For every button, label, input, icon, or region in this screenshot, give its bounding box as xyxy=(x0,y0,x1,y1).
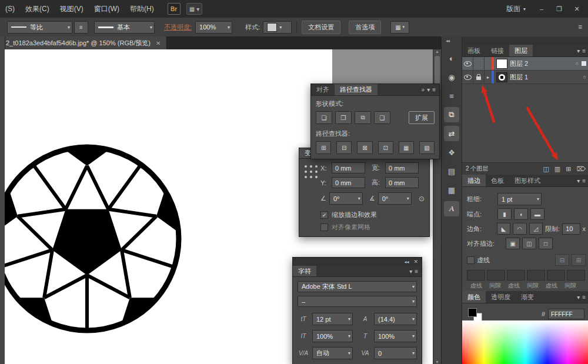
font-style-select[interactable]: – ▾ xyxy=(298,296,417,307)
dashed-line-checkbox[interactable] xyxy=(467,256,475,264)
stroke-profile-select[interactable]: 等比 ▾ xyxy=(7,21,72,34)
panel-menu-icon[interactable]: ≡ xyxy=(582,48,586,54)
scale-strokes-checkbox[interactable]: ✓ xyxy=(320,211,328,219)
stroke-panel-icon[interactable]: ≡ xyxy=(444,88,459,103)
menu-select[interactable]: (S) xyxy=(0,5,20,13)
transform-panel-icon[interactable]: ⇄ xyxy=(444,126,459,141)
make-mask-icon[interactable]: ◫ xyxy=(543,165,549,173)
trim-button[interactable]: ⊟ xyxy=(336,141,352,154)
control-panel-menu-icon[interactable]: ≡ xyxy=(578,23,582,31)
close-tab-icon[interactable]: ✕ xyxy=(156,40,161,46)
close-button[interactable]: ✕ xyxy=(569,4,584,14)
scroll-up-icon[interactable]: ▲ xyxy=(435,49,439,54)
expand-triangle-icon[interactable]: ▸ xyxy=(485,75,492,80)
round-join-button[interactable]: ◠ xyxy=(513,223,526,235)
menu-effect[interactable]: 效果(C) xyxy=(20,4,55,14)
layer-name[interactable]: 图层 1 xyxy=(510,73,583,82)
expand-button[interactable]: 扩展 xyxy=(409,111,435,124)
menu-view[interactable]: 视图(V) xyxy=(55,4,89,14)
rotate-select[interactable]: 0° ▾ xyxy=(329,192,363,205)
pixel-grid-checkbox[interactable] xyxy=(320,223,328,231)
layer-row[interactable]: ▸ 图层 1 ○ xyxy=(462,71,588,84)
minimize-button[interactable]: – xyxy=(534,4,549,14)
align-center-button[interactable]: ▣ xyxy=(506,238,520,249)
layer-name[interactable]: 图层 2 xyxy=(510,59,576,68)
align-inside-button[interactable]: ◫ xyxy=(522,238,536,249)
swatches-panel-icon[interactable]: ▦ xyxy=(444,182,459,198)
bridge-icon[interactable]: Br xyxy=(168,3,181,15)
dash-input[interactable] xyxy=(507,270,525,280)
stroke-weight-select[interactable]: 1 pt ▾ xyxy=(497,193,542,205)
style-select[interactable]: ▾ xyxy=(263,21,292,34)
color-spectrum[interactable] xyxy=(462,320,588,364)
collapse-panel-icon[interactable]: ◂◂ xyxy=(404,259,409,265)
tab-stroke[interactable]: 描边 xyxy=(462,175,486,186)
divide-button[interactable]: ⊞ xyxy=(316,141,331,154)
dash-input[interactable] xyxy=(547,270,565,280)
vertical-scale-select[interactable]: 100% ▾ xyxy=(312,330,353,342)
panel-menu-icon[interactable]: ≡ xyxy=(582,294,586,300)
target-icon[interactable]: ○ xyxy=(583,74,586,80)
document-tab[interactable]: 2_t0182a3ed4bfaf54d6b.jpg* @ 150% (RGB/预… xyxy=(0,36,167,49)
merge-button[interactable]: ⊠ xyxy=(357,141,372,154)
minus-front-button[interactable]: ❐ xyxy=(335,111,352,124)
outline-button[interactable]: ▦ xyxy=(399,141,414,154)
lock-toggle[interactable] xyxy=(473,57,485,70)
layer-thumbnail[interactable] xyxy=(496,59,507,69)
target-icon[interactable]: ○ xyxy=(576,61,579,66)
panel-menu-icon[interactable]: ≡ xyxy=(582,178,586,184)
delete-layer-icon[interactable]: ⌦ xyxy=(576,165,586,173)
miter-join-button[interactable]: ◣ xyxy=(497,223,510,235)
arrange-documents-icon[interactable]: ▦ ▾ xyxy=(186,3,202,15)
tab-character[interactable]: 字符 xyxy=(293,266,316,276)
tab-color[interactable]: 颜色 xyxy=(462,291,486,303)
tab-swatches[interactable]: 色板 xyxy=(486,175,509,186)
gap-input[interactable] xyxy=(567,270,585,280)
tab-links[interactable]: 链接 xyxy=(486,45,509,56)
intersect-button[interactable]: ⧉ xyxy=(355,111,371,124)
scroll-down-icon[interactable]: ▼ xyxy=(435,360,439,364)
font-family-select[interactable]: Adobe 宋体 Std L ▾ xyxy=(298,281,417,292)
font-size-select[interactable]: 12 pt ▾ xyxy=(312,313,353,325)
constrain-icon[interactable]: ⊙ xyxy=(419,195,425,203)
new-layer-icon[interactable]: ⊞ xyxy=(566,165,571,173)
document-setup-button[interactable]: 文档设置 xyxy=(302,21,340,34)
unite-button[interactable]: ❏ xyxy=(316,111,332,124)
variable-width-options-button[interactable]: ≡ xyxy=(74,21,88,34)
fill-swatch[interactable] xyxy=(468,308,477,317)
projecting-cap-button[interactable]: ▬ xyxy=(530,208,544,220)
tab-layers[interactable]: 图层 xyxy=(509,45,533,56)
lock-toggle[interactable] xyxy=(473,71,485,84)
new-sublayer-icon[interactable]: ▥ xyxy=(554,165,560,173)
layer-row[interactable]: 图层 2 ○ xyxy=(462,57,588,71)
kerning-select[interactable]: 自动 ▾ xyxy=(312,347,353,359)
tab-transparency[interactable]: 透明度 xyxy=(486,291,516,303)
preferences-button[interactable]: 首选项 xyxy=(349,21,381,34)
menu-window[interactable]: 窗口(W) xyxy=(89,4,125,14)
height-input[interactable]: 0 mm xyxy=(385,177,419,188)
layer-thumbnail[interactable] xyxy=(496,72,507,82)
double-right-icon[interactable]: » xyxy=(422,86,425,93)
character-panel-icon[interactable]: A xyxy=(444,201,459,216)
restore-button[interactable]: ❐ xyxy=(552,4,567,14)
appearance-icon[interactable]: ◉ xyxy=(444,69,459,85)
visibility-toggle[interactable] xyxy=(462,57,473,70)
shear-select[interactable]: 0° ▾ xyxy=(378,192,412,205)
minus-back-button[interactable]: ▧ xyxy=(419,141,435,154)
soccer-ball-artwork[interactable] xyxy=(5,139,187,339)
width-input[interactable]: 0 mm xyxy=(385,162,419,173)
reference-point-grid[interactable] xyxy=(305,165,318,179)
dash-align-button[interactable]: ⊞ xyxy=(572,254,586,266)
exclude-button[interactable]: ❑ xyxy=(374,111,390,124)
gap-input[interactable] xyxy=(527,270,545,280)
round-cap-button[interactable]: ◖ xyxy=(514,208,528,220)
gap-input[interactable] xyxy=(487,270,505,280)
symbols-panel-icon[interactable]: ❖ xyxy=(444,145,459,160)
align-panel-icon[interactable]: ▤ xyxy=(444,163,459,179)
tab-artboards[interactable]: 画板 xyxy=(462,45,486,56)
opacity-link[interactable]: 不透明度: xyxy=(164,23,192,32)
panel-menu-icon[interactable]: ≡ xyxy=(432,86,436,93)
tab-gradient[interactable]: 渐变 xyxy=(516,291,539,303)
y-input[interactable]: 0 mm xyxy=(332,177,365,188)
tab-pathfinder[interactable]: 路径查找器 xyxy=(335,84,377,95)
